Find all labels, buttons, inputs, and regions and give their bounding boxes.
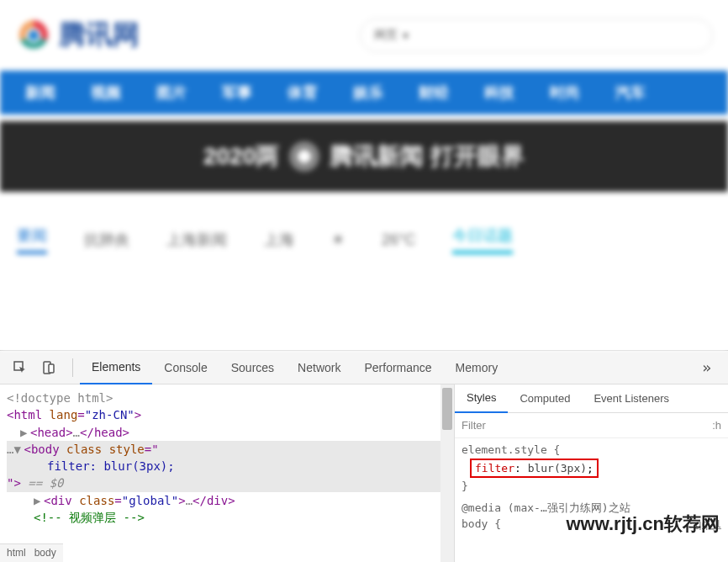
weather-city: 上海 — [264, 230, 294, 250]
source-link[interactable]: qq_1 — [695, 516, 721, 533]
doctype-line: <!doctype html> — [7, 390, 447, 406]
body-close-attr: "> == $0 — [7, 475, 447, 491]
tab-console[interactable]: Console — [152, 351, 219, 384]
sub-tab[interactable]: 要闻 — [17, 225, 47, 254]
rule-close: } — [462, 478, 721, 495]
nav-item[interactable]: 体育 — [271, 82, 335, 103]
site-logo[interactable]: 腾讯网 — [15, 17, 140, 54]
styles-tabs: Styles Computed Event Listeners — [455, 384, 728, 413]
nav-item[interactable]: 娱乐 — [336, 82, 400, 103]
html-open-line: <html lang="zh-CN"> — [7, 406, 447, 423]
styles-tab-computed[interactable]: Computed — [508, 384, 582, 413]
devtools-toolbar: Elements Console Sources Network Perform… — [0, 351, 728, 384]
nav-item[interactable]: 时尚 — [533, 82, 597, 103]
elements-tree[interactable]: <!doctype html> <html lang="zh-CN"> ▶<he… — [0, 384, 454, 562]
rule-selector: element.style { — [462, 442, 721, 459]
nav-item[interactable]: 财经 — [402, 82, 466, 103]
devtools-panel: Elements Console Sources Network Perform… — [0, 350, 728, 562]
sub-tab[interactable]: 上海新闻 — [166, 230, 227, 250]
toolbar-separator — [72, 358, 73, 377]
svg-rect-5 — [49, 364, 54, 373]
styles-filter-input[interactable]: Filter — [462, 419, 486, 432]
nav-item[interactable]: 图片 — [140, 82, 203, 103]
banner-text-left: 2020两 — [203, 140, 279, 172]
svg-point-2 — [29, 30, 39, 40]
tab-elements[interactable]: Elements — [80, 351, 152, 384]
tabs-overflow-icon[interactable]: » — [685, 358, 728, 376]
div-global-line: ▶<div class="global">…</div> — [7, 492, 447, 509]
logo-text: 腾讯网 — [59, 17, 140, 54]
tencent-logo-icon — [15, 17, 52, 54]
body-style-value: filter: blur(3px); — [7, 458, 447, 475]
styles-tab-eventlisteners[interactable]: Event Listeners — [582, 384, 681, 413]
elements-breadcrumb[interactable]: html body — [0, 543, 63, 562]
styles-filter-row: Filter :h — [455, 413, 728, 438]
nav-item[interactable]: 军事 — [205, 82, 269, 103]
sub-tab[interactable]: 今日话题 — [452, 225, 513, 254]
tab-memory[interactable]: Memory — [444, 351, 510, 384]
banner-text-right: 腾讯新闻 打开眼界 — [330, 140, 525, 172]
promo-banner[interactable]: 2020两 腾讯新闻 打开眼界 — [0, 121, 728, 192]
body-rule-row: body { qq_1 — [462, 516, 721, 533]
sub-tab[interactable]: 抗肺炎 — [84, 230, 129, 250]
styles-rules[interactable]: element.style { filter: blur(3px); } @me… — [455, 438, 728, 536]
weather-icon: ☀ — [331, 231, 345, 249]
search-box[interactable]: 网页 ▾ — [360, 19, 713, 52]
inspect-element-icon[interactable] — [8, 356, 32, 379]
device-toggle-icon[interactable] — [37, 356, 61, 379]
sub-tabs: 要闻 抗肺炎 上海新闻 上海 ☀ 26°C 今日话题 — [0, 192, 728, 262]
main-nav: 新闻 视频 图片 军事 体育 娱乐 财经 科技 时尚 汽车 — [0, 71, 728, 114]
styles-tab-styles[interactable]: Styles — [455, 384, 508, 413]
tab-network[interactable]: Network — [286, 351, 352, 384]
site-header: 腾讯网 网页 ▾ — [0, 0, 728, 71]
media-rule: @media (max-…强引力练网)之站 — [462, 500, 721, 517]
hover-toggle[interactable]: :h — [712, 419, 721, 432]
nav-item[interactable]: 新闻 — [8, 82, 72, 103]
breadcrumb-item[interactable]: body — [34, 546, 56, 560]
chevron-down-icon: ▾ — [403, 29, 409, 42]
blurred-webpage: 腾讯网 网页 ▾ 新闻 视频 图片 军事 体育 娱乐 财经 科技 时尚 汽车 2… — [0, 0, 728, 350]
tab-sources[interactable]: Sources — [219, 351, 286, 384]
weather-temp: 26°C — [382, 231, 415, 249]
banner-logo-icon — [289, 141, 319, 172]
nav-item[interactable]: 科技 — [467, 82, 531, 103]
elements-scrollbar[interactable] — [440, 384, 454, 562]
body-open-line[interactable]: …▼<body class style=" — [7, 441, 447, 458]
comment-line: <!-- 视频弹层 --> — [7, 509, 447, 526]
devtools-body: <!doctype html> <html lang="zh-CN"> ▶<he… — [0, 384, 728, 562]
breadcrumb-item[interactable]: html — [7, 546, 26, 560]
scrollbar-thumb[interactable] — [442, 388, 452, 430]
nav-item[interactable]: 汽车 — [599, 82, 662, 103]
highlighted-rule: filter: blur(3px); — [470, 459, 599, 479]
search-category: 网页 — [374, 28, 398, 43]
tab-performance[interactable]: Performance — [352, 351, 443, 384]
head-line: ▶<head>…</head> — [7, 424, 447, 441]
styles-panel: Styles Computed Event Listeners Filter :… — [454, 384, 728, 562]
nav-item[interactable]: 视频 — [74, 82, 138, 103]
